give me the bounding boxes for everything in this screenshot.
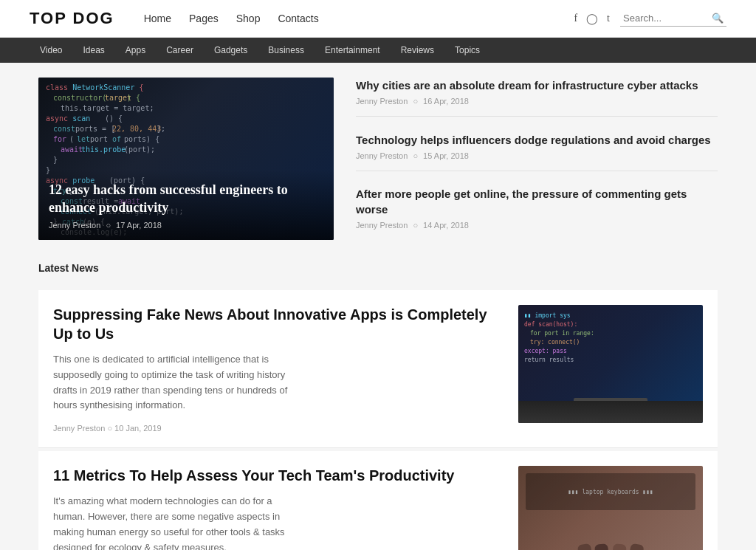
side-article-date-1: 16 Apr, 2018 — [423, 97, 469, 106]
instagram-icon[interactable]: ◯ — [586, 13, 598, 25]
subnav-business[interactable]: Business — [258, 38, 315, 63]
nav-home[interactable]: Home — [144, 13, 171, 24]
hero-section: class NetworkScanner { constructor(targe… — [38, 78, 718, 240]
news-title-1[interactable]: Suppressing Fake News About Innovative A… — [53, 305, 504, 343]
search-input[interactable] — [623, 13, 712, 24]
side-article-2[interactable]: Technology helps influencers dodge regul… — [356, 132, 718, 171]
news-excerpt-1: This one is dedicated to artificial inte… — [53, 352, 304, 413]
subnav-topics[interactable]: Topics — [444, 38, 490, 63]
subnav-entertainment[interactable]: Entertainment — [315, 38, 391, 63]
featured-meta: Jenny Preston ○ 17 Apr, 2018 — [49, 221, 323, 230]
news-title-2[interactable]: 11 Metrics To Help Assess Your Tech Team… — [53, 466, 504, 485]
side-article-title-3: After more people get online, the pressu… — [356, 186, 718, 217]
side-article-author-3: Jenny Preston — [356, 221, 408, 230]
news-text-2: 11 Metrics To Help Assess Your Tech Team… — [53, 466, 504, 550]
sub-nav: Video Ideas Apps Career Gadgets Business… — [0, 38, 756, 63]
side-articles: Why cities are an absolute dream for inf… — [356, 78, 718, 240]
news-excerpt-2: It's amazing what modern technologies ca… — [53, 494, 304, 550]
main-nav: Home Pages Shop Contacts — [144, 13, 319, 25]
news-item-1: Suppressing Fake News About Innovative A… — [38, 290, 718, 448]
side-article-title-1: Why cities are an absolute dream for inf… — [356, 78, 718, 93]
search-box[interactable]: 🔍 — [620, 11, 726, 27]
subnav-video[interactable]: Video — [30, 38, 72, 63]
featured-article[interactable]: class NetworkScanner { constructor(targe… — [38, 78, 334, 240]
side-article-author-2: Jenny Preston — [356, 151, 408, 160]
news-text-1: Suppressing Fake News About Innovative A… — [53, 305, 504, 433]
subnav-ideas[interactable]: Ideas — [72, 38, 114, 63]
header-right: f ◯ t 🔍 — [574, 11, 726, 27]
side-article-title-2: Technology helps influencers dodge regul… — [356, 132, 718, 148]
news-image-1: ▮▮ import sys def scan(host): for port i… — [518, 305, 703, 423]
facebook-icon[interactable]: f — [574, 13, 577, 25]
featured-title: 12 easy hacks from successful engineers … — [49, 182, 323, 216]
side-article-date-2: 15 Apr, 2018 — [423, 151, 469, 160]
main-content: class NetworkScanner { constructor(targe… — [24, 63, 732, 550]
social-icons: f ◯ t — [574, 13, 610, 25]
side-article-meta-3: Jenny Preston ○ 14 Apr, 2018 — [356, 221, 718, 230]
site-logo[interactable]: TOP DOG — [30, 9, 114, 28]
subnav-apps[interactable]: Apps — [115, 38, 156, 63]
news-image-2: ▮▮▮ laptop keyboards ▮▮▮ — [518, 466, 703, 550]
subnav-gadgets[interactable]: Gadgets — [204, 38, 258, 63]
header: TOP DOG Home Pages Shop Contacts f ◯ t 🔍 — [0, 0, 756, 38]
side-article-date-3: 14 Apr, 2018 — [423, 221, 469, 230]
side-article-1[interactable]: Why cities are an absolute dream for inf… — [356, 78, 718, 117]
subnav-career[interactable]: Career — [156, 38, 204, 63]
side-article-author-1: Jenny Preston — [356, 97, 408, 106]
nav-shop[interactable]: Shop — [236, 13, 261, 24]
twitter-icon[interactable]: t — [607, 13, 610, 25]
search-icon[interactable]: 🔍 — [712, 13, 724, 24]
news-meta-1: Jenny Preston ○ 10 Jan, 2019 — [53, 424, 504, 433]
latest-news-label: Latest News — [38, 262, 718, 278]
news-author-1: Jenny Preston — [53, 424, 105, 433]
nav-contacts[interactable]: Contacts — [278, 13, 318, 24]
side-article-3[interactable]: After more people get online, the pressu… — [356, 186, 718, 240]
nav-pages[interactable]: Pages — [189, 13, 219, 24]
news-item-2: 11 Metrics To Help Assess Your Tech Team… — [38, 451, 718, 550]
subnav-reviews[interactable]: Reviews — [391, 38, 444, 63]
side-article-meta-1: Jenny Preston ○ 16 Apr, 2018 — [356, 97, 718, 106]
news-date-1: 10 Jan, 2019 — [114, 424, 162, 433]
side-article-meta-2: Jenny Preston ○ 15 Apr, 2018 — [356, 151, 718, 160]
